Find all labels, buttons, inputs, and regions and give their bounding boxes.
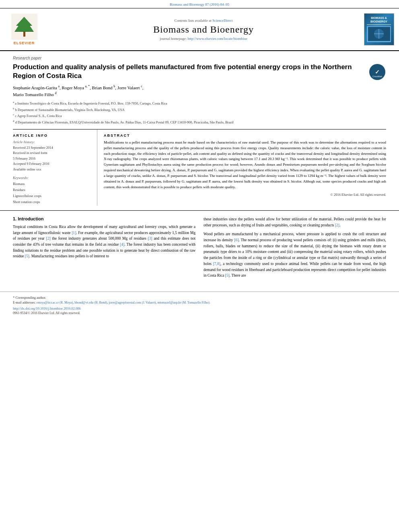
body-two-col: 1. Introduction Tropical conditions in C… <box>13 216 386 282</box>
affil-b: b b Department of Sustainable Biomateria… <box>13 107 386 113</box>
cite-4[interactable]: [4] <box>120 242 124 246</box>
journal-cover-area: BIOMASS &BIOENERGY <box>359 12 399 47</box>
keyword-4: Short rotation crops <box>13 199 90 205</box>
issn-text: 0961-9534/© 2016 Elsevier Ltd. All right… <box>13 311 80 315</box>
sciencedirect-link[interactable]: ScienceDirect <box>212 18 232 23</box>
copyright-line: © 2016 Elsevier Ltd. All rights reserved… <box>104 193 386 197</box>
available-date: Available online xxx <box>13 167 90 173</box>
page-wrapper: Biomass and Bioenergy 87 (2016) 84–95 EL… <box>0 0 399 532</box>
article-title: Production and quality analysis of pelle… <box>13 63 364 80</box>
svg-text:✓: ✓ <box>375 69 380 75</box>
article-category: Research paper <box>13 56 386 60</box>
received-date: Received 23 September 2014 <box>13 145 90 151</box>
keyword-1: Biomass <box>13 181 90 187</box>
corresponding-text: * Corresponding author. <box>13 296 46 300</box>
elsevier-logo-area: ELSEVIER <box>0 12 48 47</box>
cite-5b[interactable]: [5] <box>225 273 230 277</box>
journal-reference-line: Biomass and Bioenergy 87 (2016) 84–95 <box>0 0 399 8</box>
section1-title: 1. Introduction <box>13 216 195 221</box>
article-title-row: Production and quality analysis of pelle… <box>13 63 386 81</box>
homepage-label: journal homepage: <box>160 37 187 41</box>
crossmark-badge: ✓ CrossMark <box>369 64 385 80</box>
author-mario: Mario Tomazello Filho d <box>13 92 56 97</box>
abstract-heading: ABSTRACT <box>104 134 386 138</box>
journal-homepage: journal homepage: http://www.elsevier.co… <box>160 37 247 41</box>
history-label: Article history: <box>13 140 90 144</box>
svg-rect-1 <box>23 32 25 37</box>
journal-cover: BIOMASS &BIOENERGY <box>364 13 394 45</box>
elsevier-logo: ELSEVIER <box>11 14 37 45</box>
cover-divider <box>367 25 391 25</box>
article-info-column: ARTICLE INFO Article history: Received 2… <box>13 129 97 205</box>
abstract-column: ABSTRACT Modifications to a pellet manuf… <box>97 129 386 205</box>
email-label: E-mail addresses: <box>13 301 36 304</box>
keyword-3: Lignocellulose crops <box>13 193 90 199</box>
cite-7-8[interactable]: [7,8] <box>213 262 220 266</box>
header-center: Contents lists available at ScienceDirec… <box>48 12 359 47</box>
affil-d: d d Departamento de Ciências Florestais,… <box>13 119 386 125</box>
cite-5[interactable]: [5] <box>25 254 29 258</box>
keywords-label: Keywords: <box>13 176 90 180</box>
author-stephanie: Stephanie Aragón-Garita a, Roger Moya a,… <box>13 85 144 90</box>
cover-illustration-icon <box>368 27 390 41</box>
keyword-2: Residues <box>13 187 90 193</box>
corresponding-note: * Corresponding author. <box>13 295 386 300</box>
keywords-list: Biomass Residues Lignocellulose crops Sh… <box>13 181 90 205</box>
main-body: 1. Introduction Tropical conditions in C… <box>0 210 399 288</box>
intro-left-text: Tropical conditions in Costa Rica allow … <box>13 224 195 259</box>
issn-line: 0961-9534/© 2016 Elsevier Ltd. All right… <box>13 311 386 315</box>
intro-paragraph-left: Tropical conditions in Costa Rica allow … <box>13 224 195 259</box>
elsevier-tree-icon <box>11 14 37 40</box>
footer-area: * Corresponding author. E-mail addresses… <box>0 292 399 316</box>
info-abstract-section: ARTICLE INFO Article history: Received 2… <box>13 129 386 205</box>
affil-a: a a Instituto Tecnológico de Costa Rica,… <box>13 100 386 106</box>
cover-image <box>367 26 391 42</box>
sciencedirect-line: Contents lists available at ScienceDirec… <box>175 18 233 23</box>
accepted-date: Accepted 9 February 2016 <box>13 161 90 167</box>
abstract-paragraph: Modifications to a pellet manufacturing … <box>104 140 386 190</box>
email-addresses: rmoya@itcr.ac.cr (R. Moya), bbond@vt.edu… <box>37 301 210 304</box>
svg-text:CrossMark: CrossMark <box>372 75 382 78</box>
abstract-text: Modifications to a pellet manufacturing … <box>104 140 386 190</box>
elsevier-label: ELSEVIER <box>14 41 35 45</box>
affiliations: a a Instituto Tecnológico de Costa Rica,… <box>13 100 386 125</box>
body-left-col: 1. Introduction Tropical conditions in C… <box>13 216 195 282</box>
cover-title: BIOMASS &BIOENERGY <box>370 16 387 23</box>
doi-text: http://dx.doi.org/10.1016/j.biombioe.201… <box>13 306 81 310</box>
intro-paragraph-right-1: these industries since the pellets would… <box>204 216 386 228</box>
authors-line: Stephanie Aragón-Garita a, Roger Moya a,… <box>13 84 386 98</box>
journal-reference-text: Biomass and Bioenergy 87 (2016) 84–95 <box>170 2 229 6</box>
cite-1[interactable]: [1] <box>72 231 76 235</box>
cite-2[interactable]: [2] <box>46 236 51 240</box>
intro-paragraph-right-2: Wood pellets are manufactured by a mecha… <box>204 231 386 279</box>
crossmark-icon: ✓ CrossMark <box>371 66 383 78</box>
article-content: Research paper Production and quality an… <box>0 51 399 210</box>
email-line: E-mail addresses: rmoya@itcr.ac.cr (R. M… <box>13 300 386 305</box>
body-right-col: these industries since the pellets would… <box>204 216 386 282</box>
cite-3[interactable]: [3] <box>148 236 152 240</box>
homepage-link[interactable]: http://www.elsevier.com/locate/biombioe <box>188 37 247 41</box>
cite-2b[interactable]: [2] <box>335 223 339 227</box>
cite-6[interactable]: [6] <box>234 238 239 242</box>
journal-header: ELSEVIER Contents lists available at Sci… <box>0 8 399 51</box>
crossmark-logo[interactable]: ✓ CrossMark <box>368 63 386 81</box>
intro-right-text: these industries since the pellets would… <box>204 216 386 279</box>
affil-c: c c Agrep Forestal S. A., Costa Rica <box>13 113 386 119</box>
doi-line[interactable]: http://dx.doi.org/10.1016/j.biombioe.201… <box>13 306 386 310</box>
contents-text: Contents lists available at <box>175 18 212 23</box>
history-block: Received 23 September 2014 Received in r… <box>13 145 90 173</box>
journal-title: Biomass and Bioenergy <box>153 24 254 35</box>
revised-date: Received in revised form5 February 2016 <box>13 150 90 161</box>
article-info-heading: ARTICLE INFO <box>13 134 90 138</box>
